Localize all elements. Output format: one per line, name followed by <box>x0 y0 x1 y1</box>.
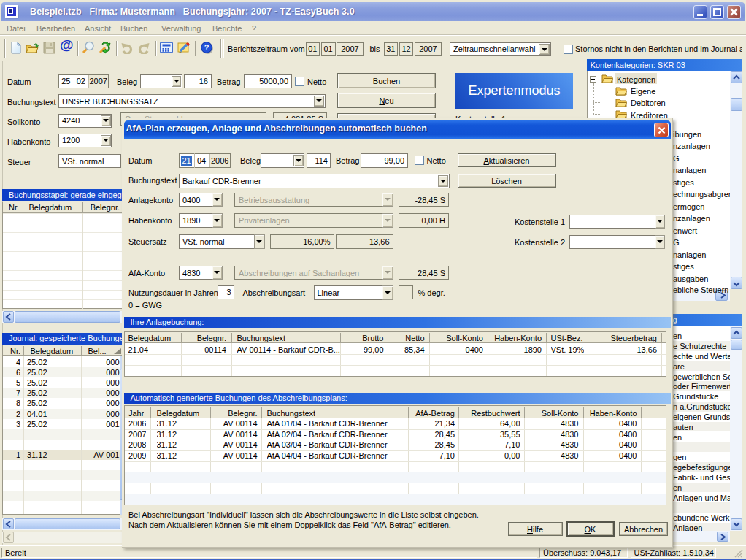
svg-text:?: ? <box>204 43 209 52</box>
